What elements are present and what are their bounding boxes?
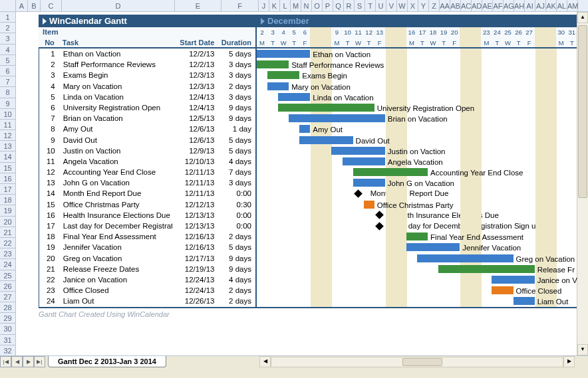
tab-next-icon[interactable]: ▶	[23, 356, 34, 367]
task-left: 4Mary on Vacation12/3/132 days	[39, 81, 257, 92]
col-header[interactable]: S	[355, 0, 365, 11]
row-header[interactable]: 27	[0, 292, 15, 302]
worksheet[interactable]: WinCalendar Gantt December Item 23456789…	[16, 12, 588, 355]
col-header[interactable]: AG	[504, 0, 514, 11]
row-header[interactable]: 25	[0, 270, 15, 281]
col-header[interactable]: T	[365, 0, 376, 11]
row-header[interactable]: 24	[0, 259, 15, 270]
row-header[interactable]: 12	[0, 130, 15, 141]
cell-start: 12/24/13	[172, 285, 218, 296]
row-header[interactable]: 7	[0, 76, 15, 87]
cell-task: Ethan on Vaction	[61, 48, 172, 59]
row-header[interactable]: 22	[0, 238, 15, 248]
col-header[interactable]: L	[280, 0, 291, 11]
col-header[interactable]: A	[16, 0, 28, 11]
row-header[interactable]: 32	[0, 345, 15, 356]
col-header[interactable]: C	[41, 0, 62, 11]
row-header[interactable]: 2	[0, 23, 15, 33]
col-header[interactable]: V	[386, 0, 397, 11]
col-header[interactable]: P	[323, 0, 333, 11]
scroll-up-icon[interactable]: ▲	[577, 12, 588, 23]
row-header[interactable]: 26	[0, 281, 15, 292]
corner-cell[interactable]	[0, 0, 16, 11]
day-weekday: T	[492, 38, 502, 48]
row-header[interactable]: 16	[0, 173, 15, 184]
col-header[interactable]: N	[301, 0, 312, 11]
weekend-shade	[460, 27, 481, 38]
row-header[interactable]: 19	[0, 205, 15, 216]
row-header[interactable]: 8	[0, 87, 15, 98]
col-header[interactable]: E	[175, 0, 221, 11]
row-header[interactable]: 17	[0, 184, 15, 195]
vertical-scrollbar[interactable]: ▲ ▼	[577, 12, 588, 355]
cell-task: David Out	[61, 135, 172, 145]
row-header[interactable]: 3	[0, 33, 15, 44]
row-header[interactable]: 11	[0, 120, 15, 130]
row-header[interactable]: 14	[0, 151, 15, 162]
col-header[interactable]: Z	[429, 0, 440, 11]
sheet-tab[interactable]: Gantt Dec 2 2013-Jan 3 2014	[48, 356, 166, 367]
col-header[interactable]: AK	[546, 0, 557, 11]
col-header[interactable]: B	[28, 0, 41, 11]
col-header[interactable]: AD	[472, 0, 482, 11]
scroll-down-icon[interactable]: ▼	[577, 344, 588, 355]
scroll-right-icon[interactable]: ▶	[563, 356, 575, 367]
expand-icon[interactable]	[43, 18, 47, 25]
milestone-icon	[354, 189, 363, 198]
col-header[interactable]: AI	[525, 0, 535, 11]
row-header[interactable]: 15	[0, 163, 15, 173]
row-header[interactable]: 30	[0, 324, 15, 334]
cell-start: 12/16/13	[172, 242, 218, 252]
row-header[interactable]: 23	[0, 248, 15, 259]
col-header[interactable]: D	[62, 0, 175, 11]
col-header[interactable]: Y	[418, 0, 429, 11]
col-header[interactable]: J	[259, 0, 269, 11]
row-header[interactable]: 9	[0, 98, 15, 109]
row-header[interactable]: 10	[0, 109, 15, 120]
col-header[interactable]: AB	[450, 0, 461, 11]
expand-icon[interactable]	[261, 18, 265, 25]
row-header[interactable]: 31	[0, 335, 15, 345]
col-header[interactable]: F	[221, 0, 259, 11]
scroll-thumb[interactable]	[578, 25, 587, 198]
bar-label: Angela Vacation	[385, 157, 443, 167]
cell-task: Last day for December Registration	[61, 221, 172, 231]
col-header[interactable]: R	[344, 0, 355, 11]
col-header[interactable]: AE	[482, 0, 493, 11]
scroll-left-icon[interactable]: ◀	[259, 356, 271, 367]
col-header[interactable]: AH	[514, 0, 525, 11]
col-header[interactable]: AL	[557, 0, 567, 11]
tab-last-icon[interactable]: ▶|	[34, 356, 45, 367]
col-header[interactable]: AC	[461, 0, 472, 11]
row-header[interactable]: 28	[0, 302, 15, 313]
row-header[interactable]: 4	[0, 45, 15, 55]
tab-prev-icon[interactable]: ◀	[11, 356, 23, 367]
cell-task: Office Christmas Party	[61, 199, 172, 210]
col-header[interactable]: AF	[493, 0, 504, 11]
row-header[interactable]: 13	[0, 141, 15, 151]
col-header[interactable]: K	[269, 0, 280, 11]
row-header[interactable]: 20	[0, 217, 15, 227]
tab-first-icon[interactable]: |◀	[0, 356, 11, 367]
gantt-bar: Staff Performance Reviews	[257, 60, 289, 68]
col-header[interactable]: Q	[333, 0, 344, 11]
horizontal-scrollbar[interactable]: ◀ ▶	[259, 356, 575, 367]
scroll-thumb[interactable]	[402, 358, 442, 366]
col-header[interactable]: AJ	[535, 0, 546, 11]
row-header[interactable]: 1	[0, 12, 15, 23]
col-header[interactable]: AA	[440, 0, 450, 11]
col-header[interactable]: U	[376, 0, 386, 11]
row-header[interactable]: 29	[0, 313, 15, 324]
row-header[interactable]: 6	[0, 66, 15, 76]
col-header[interactable]: X	[408, 0, 418, 11]
scroll-track[interactable]	[271, 357, 563, 367]
row-header[interactable]: 5	[0, 55, 15, 66]
task-left: 1Ethan on Vaction12/2/135 days	[39, 48, 257, 59]
col-header[interactable]: W	[397, 0, 408, 11]
row-header[interactable]: 21	[0, 227, 15, 238]
col-header[interactable]: O	[312, 0, 323, 11]
cell-task: John G on Vacation	[61, 177, 172, 188]
col-header[interactable]: M	[291, 0, 301, 11]
col-header[interactable]: AM	[567, 0, 578, 11]
row-header[interactable]: 18	[0, 195, 15, 205]
